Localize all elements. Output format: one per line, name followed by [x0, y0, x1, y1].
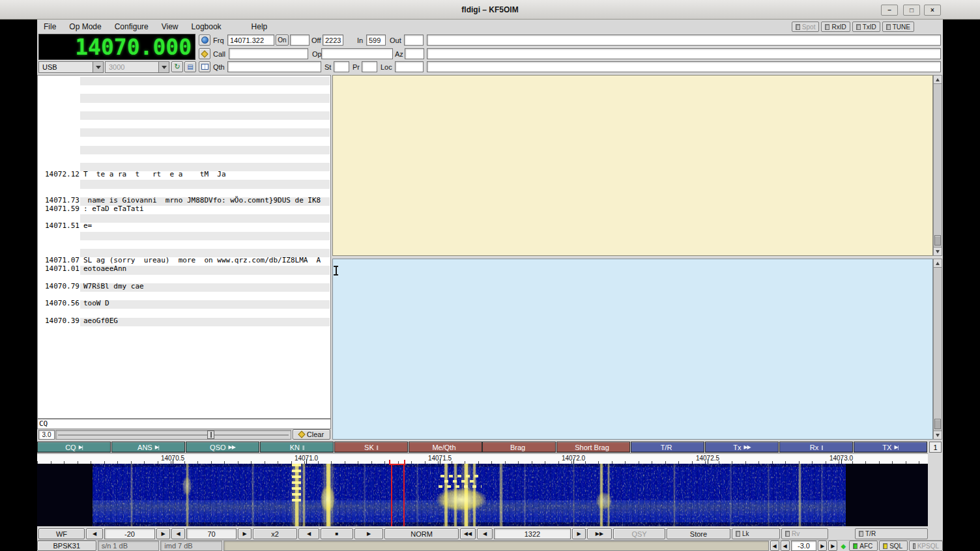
lower-signal-up-button[interactable]: ▶ — [156, 528, 170, 539]
rx-text-panel[interactable] — [332, 75, 933, 256]
rx-scrollbar-thumb[interactable] — [934, 235, 941, 246]
frequency-display[interactable]: 14070.000 — [38, 34, 195, 60]
browser-row[interactable]: 14071.73 name is Giovanni mrno JM88DVfo:… — [38, 196, 330, 205]
browser-row[interactable]: 14070.79W7RšBl dmy cae — [38, 282, 330, 290]
bandwidth-select[interactable]: 3000 — [105, 61, 169, 73]
macro-button-ans[interactable]: ANS▶| — [111, 442, 185, 453]
op-input[interactable] — [321, 48, 393, 59]
macro-button-rx[interactable]: Rx|| — [779, 442, 853, 453]
notes-input-2[interactable] — [427, 48, 941, 59]
notes-input-3[interactable] — [427, 61, 941, 72]
tr-button[interactable]: T/R — [855, 528, 928, 539]
macro-button-tx2[interactable]: Tx▶▶ — [705, 442, 779, 453]
browser-row[interactable]: 14070.39aeoGf0EG — [38, 317, 330, 325]
macro-set-indicator[interactable]: 1 — [929, 442, 942, 453]
qsy-button[interactable]: QSY — [613, 528, 665, 539]
browser-row[interactable]: 14071.51e= — [38, 221, 330, 230]
lock-button[interactable]: Lk — [732, 528, 780, 539]
menu-file[interactable]: File — [37, 20, 63, 33]
reverse-button[interactable]: Rv — [781, 528, 828, 539]
pr-input[interactable] — [362, 61, 377, 72]
pause-waterfall-button[interactable]: ■ — [321, 528, 353, 539]
tx-text-panel[interactable] — [332, 259, 933, 440]
macro-button-qso[interactable]: QSO▶▶ — [186, 442, 259, 453]
squelch-slider[interactable] — [55, 430, 291, 440]
notes-input-1[interactable] — [427, 35, 941, 46]
on-button[interactable]: On — [276, 35, 289, 46]
macro-button-brag[interactable]: Brag — [482, 442, 556, 453]
maximize-button[interactable]: □ — [903, 5, 920, 16]
in-input[interactable]: 599 — [366, 35, 386, 46]
scroll-right-button[interactable]: ▶ — [354, 528, 383, 539]
macro-button-kn[interactable]: KN|| — [260, 442, 334, 453]
signal-browser[interactable]: 14072.12T te a ra t rt e a tM Ja 14071.7… — [37, 75, 331, 419]
macro-button-sk[interactable]: SK|| — [334, 442, 408, 453]
smeter-input[interactable] — [290, 35, 310, 46]
macro-button-cq[interactable]: CQ▶| — [37, 442, 111, 453]
tune-button[interactable]: TUNE — [882, 21, 914, 32]
carrier-fast-up-button[interactable]: ▶▶ — [587, 528, 612, 539]
menu-op-mode[interactable]: Op Mode — [63, 20, 108, 33]
logbook-dialog-button[interactable] — [199, 61, 210, 72]
carrier-down-button[interactable]: ◀ — [477, 528, 493, 539]
wf-mode-button[interactable]: WF — [38, 528, 85, 539]
freq-offset-value[interactable]: -3.0 — [791, 541, 817, 551]
freq-nudge-left-button[interactable]: ◀ — [781, 541, 790, 551]
scroll-up-icon[interactable] — [934, 76, 942, 84]
lower-signal-down-button[interactable]: ◀ — [86, 528, 103, 539]
scroll-up-icon[interactable] — [934, 259, 942, 268]
macro-button-tr[interactable]: T/R — [631, 442, 704, 453]
afc-button[interactable]: AFC — [849, 541, 878, 551]
qrz-lookup-button[interactable] — [199, 35, 210, 46]
frq-input[interactable]: 14071.322 — [227, 35, 274, 46]
carrier-frequency-value[interactable]: 1322 — [494, 528, 571, 539]
mode-status-button[interactable]: BPSK31 — [37, 541, 96, 551]
txid-button[interactable]: TxID — [852, 21, 880, 32]
range-value[interactable]: 70 — [186, 528, 237, 539]
kpsql-button[interactable]: KPSQL — [909, 541, 943, 551]
lower-signal-value[interactable]: -20 — [104, 528, 155, 539]
squelch-slider-handle[interactable] — [207, 431, 214, 439]
spot-button[interactable]: Spot — [792, 21, 820, 32]
waterfall-display[interactable] — [37, 464, 928, 526]
store-button[interactable]: Store — [667, 528, 730, 539]
freq-step-back-button[interactable]: ◀ — [770, 541, 779, 551]
macro-button-short-brag[interactable]: Short Brag — [556, 442, 630, 453]
clear-rx-button[interactable]: Clear — [293, 429, 330, 440]
minimize-button[interactable]: – — [881, 5, 898, 16]
menu-logbook[interactable]: Logbook — [185, 20, 228, 33]
menu-configure[interactable]: Configure — [108, 20, 155, 33]
scroll-down-icon[interactable] — [934, 247, 942, 255]
close-button[interactable]: × — [924, 5, 941, 16]
carrier-fast-down-button[interactable]: ◀◀ — [460, 528, 476, 539]
scroll-left-button[interactable]: ◀ — [298, 528, 319, 539]
browser-row[interactable]: 14071.01eotoaeeAnn — [38, 264, 330, 273]
call-input[interactable] — [229, 48, 308, 59]
out-input[interactable] — [404, 35, 424, 46]
loc-input[interactable] — [395, 61, 424, 72]
scroll-down-icon[interactable] — [934, 431, 942, 439]
carrier-up-button[interactable]: ▶ — [572, 528, 586, 539]
restore-defaults-button[interactable]: ↻ — [171, 61, 183, 72]
tx-scrollbar-thumb[interactable] — [934, 419, 941, 429]
browser-row[interactable]: 14071.07SL ag (sorry ureau) more on www.… — [38, 256, 330, 264]
off-input[interactable]: 2223 — [323, 35, 343, 46]
freq-step-forward-button[interactable]: ▶ — [828, 541, 837, 551]
macro-button-me-qth[interactable]: Me/Qth — [409, 442, 482, 453]
sql-button[interactable]: SQL — [879, 541, 908, 551]
range-up-button[interactable]: ▶ — [238, 528, 252, 539]
rx-scrollbar[interactable] — [933, 75, 942, 256]
menu-help[interactable]: Help — [245, 20, 274, 33]
browser-row[interactable]: 14072.12T te a ra t rt e a tM Ja — [38, 170, 330, 178]
norm-speed-button[interactable]: NORM — [384, 528, 459, 539]
clear-log-fields-button[interactable] — [199, 48, 210, 59]
tx-scrollbar[interactable] — [933, 259, 942, 440]
range-down-button[interactable]: ◀ — [171, 528, 185, 539]
rxid-button[interactable]: RxID — [821, 21, 850, 32]
st-input[interactable] — [334, 61, 349, 72]
menu-view[interactable]: View — [155, 20, 185, 33]
freq-nudge-right-button[interactable]: ▶ — [818, 541, 827, 551]
browser-row[interactable]: 14071.59: eTaD eTaTati — [38, 205, 330, 213]
table-view-button[interactable]: ▤ — [184, 61, 196, 72]
mode-select[interactable]: USB — [38, 61, 104, 73]
